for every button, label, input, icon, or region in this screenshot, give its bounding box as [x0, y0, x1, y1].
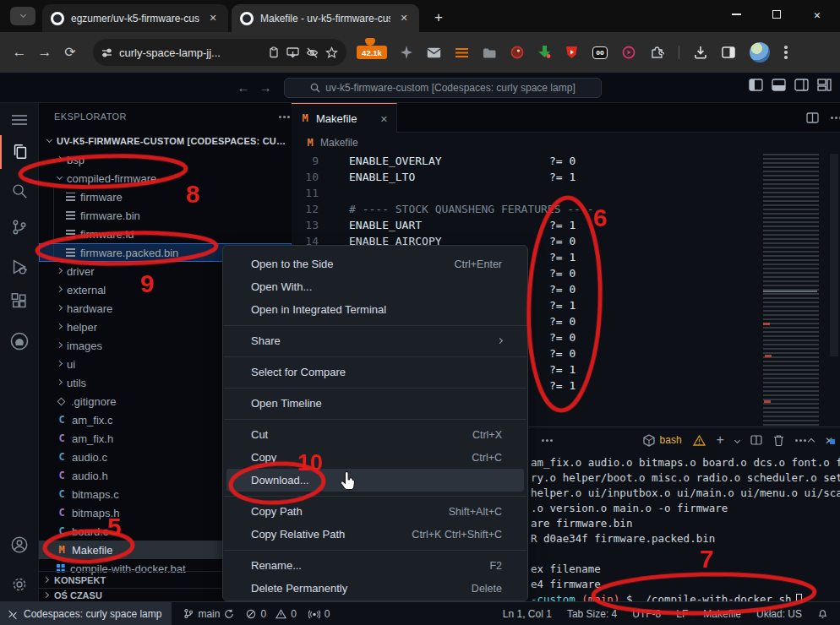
site-settings-icon[interactable] — [101, 47, 112, 58]
panel-more-actions-icon[interactable] — [542, 439, 544, 442]
terminal-shell-label[interactable]: bash — [660, 434, 682, 446]
account-icon[interactable] — [0, 528, 39, 562]
split-editor-icon[interactable] — [806, 112, 819, 123]
tab-close-icon[interactable] — [397, 12, 411, 25]
terminal-output[interactable]: am_fix.o audio.o bitmaps.o board.o dcs.o… — [531, 455, 837, 601]
breadcrumb[interactable]: M Makefile — [292, 133, 840, 152]
menu-item-copy[interactable]: CopyCtrl+C — [223, 446, 527, 469]
file-icon — [66, 230, 75, 238]
extensions-puzzle-icon[interactable] — [650, 46, 664, 60]
sync-icon[interactable] — [224, 609, 234, 619]
tree-item-firmware-bin[interactable]: firmware.bin — [39, 206, 292, 225]
branch-indicator[interactable]: main — [183, 608, 234, 620]
tab-search-button[interactable] — [10, 7, 35, 25]
keyboard-layout[interactable]: Układ: US — [756, 608, 802, 620]
media-player-extension-icon[interactable] — [622, 46, 635, 59]
terminal-more-icon[interactable] — [795, 439, 798, 442]
window-minimize-button[interactable] — [727, 5, 745, 24]
eye-off-icon[interactable] — [306, 47, 319, 58]
window-close-button[interactable] — [808, 7, 826, 23]
browser-tab-1[interactable]: egzumer/uv-k5-firmware-custo — [42, 4, 228, 32]
ports-indicator[interactable]: 0 — [308, 608, 330, 620]
language-mode[interactable]: Makefile — [703, 608, 741, 620]
clipboard-icon[interactable] — [268, 46, 280, 58]
editor-scrollbar[interactable] — [830, 154, 838, 356]
customize-layout-icon[interactable] — [817, 79, 832, 91]
split-terminal-icon[interactable] — [750, 435, 762, 445]
profile-avatar[interactable] — [750, 42, 770, 62]
url-bar[interactable]: curly-space-lamp-jj... — [93, 39, 346, 66]
tree-item-compiled-firmware[interactable]: compiled-firmware — [39, 169, 292, 188]
menu-item-copy-relative-path[interactable]: Copy Relative PathCtrl+K Ctrl+Shift+C — [223, 523, 527, 546]
menu-item-select-for-compare[interactable]: Select for Compare — [223, 361, 527, 383]
run-debug-activity-icon[interactable] — [0, 250, 39, 284]
tree-item-bsp[interactable]: bsp — [39, 150, 292, 169]
explorer-more-actions-icon[interactable] — [279, 116, 281, 118]
adblock-counter-badge[interactable]: 42.1k — [357, 46, 387, 59]
editor-more-actions-icon[interactable] — [831, 117, 833, 119]
browser-toolbar: curly-space-lamp-jj... 42.1k — [0, 32, 840, 73]
tree-item-firmware-ld[interactable]: firmware.ld — [39, 225, 292, 243]
new-tab-button[interactable] — [429, 8, 448, 27]
mail-extension-icon[interactable] — [427, 47, 441, 58]
browser-menu-icon[interactable] — [784, 51, 788, 54]
explorer-activity-icon[interactable] — [0, 135, 39, 169]
extensions-activity-icon[interactable] — [0, 285, 39, 318]
eol[interactable]: LF — [676, 608, 688, 620]
menu-item-delete-permanently[interactable]: Delete PermanentlyDelete — [223, 577, 527, 600]
video-downloader-extension-icon[interactable] — [538, 46, 551, 59]
tab-close-icon[interactable] — [380, 112, 388, 125]
terminal-dropdown-icon[interactable] — [734, 437, 740, 443]
menu-item-open-with[interactable]: Open With... — [223, 275, 527, 298]
browser-tab-2-active[interactable]: Makefile - uv-k5-firmware-cust — [232, 4, 419, 32]
menu-item-copy-path[interactable]: Copy PathShift+Alt+C — [223, 500, 527, 523]
tab-close-icon[interactable] — [206, 12, 220, 25]
list-extension-icon[interactable] — [455, 47, 468, 58]
toggle-sidebar-icon[interactable] — [749, 79, 763, 91]
search-activity-icon[interactable] — [0, 174, 39, 208]
github-activity-icon[interactable] — [0, 324, 39, 358]
encoding[interactable]: UTF-8 — [632, 608, 661, 620]
sidebar-toggle-icon[interactable] — [722, 46, 735, 58]
tree-item-firmware[interactable]: firmware — [39, 188, 292, 206]
toggle-secondary-sidebar-icon[interactable] — [794, 79, 809, 91]
url-text[interactable]: curly-space-lamp-jj... — [119, 46, 261, 59]
menu-item-open-to-side[interactable]: Open to the SideCtrl+Enter — [223, 253, 527, 275]
toggle-panel-icon[interactable] — [772, 79, 786, 91]
menu-item-rename[interactable]: Rename...F2 — [223, 554, 527, 577]
spark-extension-icon[interactable] — [401, 46, 412, 59]
settings-gear-icon[interactable] — [0, 568, 39, 601]
window-maximize-button[interactable] — [767, 5, 786, 24]
new-terminal-icon[interactable] — [717, 432, 724, 448]
back-button[interactable] — [7, 44, 32, 61]
editor-tab-makefile[interactable]: M Makefile — [292, 103, 397, 133]
tree-root[interactable]: UV-K5-FIRMWARE-CUSTOM [CODESPACES: CURLY… — [39, 132, 292, 150]
menu-item-cut[interactable]: CutCtrl+X — [223, 423, 527, 446]
editor-back-icon[interactable] — [232, 80, 254, 95]
oo-extension-icon[interactable]: oo — [592, 46, 608, 59]
menu-item-open-timeline[interactable]: Open Timeline — [223, 392, 527, 415]
adblock-shield-extension-icon[interactable] — [565, 46, 578, 59]
source-control-activity-icon[interactable] — [0, 210, 39, 244]
terminal-scroll-marker — [830, 439, 835, 444]
menu-item-open-in-terminal[interactable]: Open in Integrated Terminal — [223, 298, 527, 321]
menu-hamburger-icon[interactable] — [0, 103, 39, 137]
forward-button[interactable] — [32, 44, 57, 61]
menu-item-share[interactable]: Share — [223, 329, 527, 352]
cursor-position[interactable]: Ln 1, Col 1 — [503, 608, 552, 620]
reload-button[interactable] — [57, 44, 83, 61]
remote-indicator[interactable]: Codespaces: curly space lamp — [0, 602, 172, 625]
bookmark-star-icon[interactable] — [325, 46, 338, 59]
menu-item-download[interactable]: Download... — [226, 469, 524, 492]
editor-forward-icon[interactable] — [254, 80, 276, 95]
problems-indicator[interactable]: 0 0 — [246, 608, 296, 620]
kill-terminal-trash-icon[interactable] — [773, 434, 784, 446]
maximize-panel-icon[interactable] — [808, 438, 815, 444]
camera-blocker-extension-icon[interactable] — [510, 46, 524, 59]
command-center-search[interactable]: uv-k5-firmware-custom [Codespaces: curly… — [284, 78, 602, 98]
folder-extension-icon[interactable] — [483, 47, 496, 58]
downloads-icon[interactable] — [694, 46, 707, 59]
notifications-bell-icon[interactable] — [817, 608, 828, 619]
tab-size[interactable]: Tab Size: 4 — [567, 608, 617, 620]
send-to-device-icon[interactable] — [286, 47, 299, 58]
